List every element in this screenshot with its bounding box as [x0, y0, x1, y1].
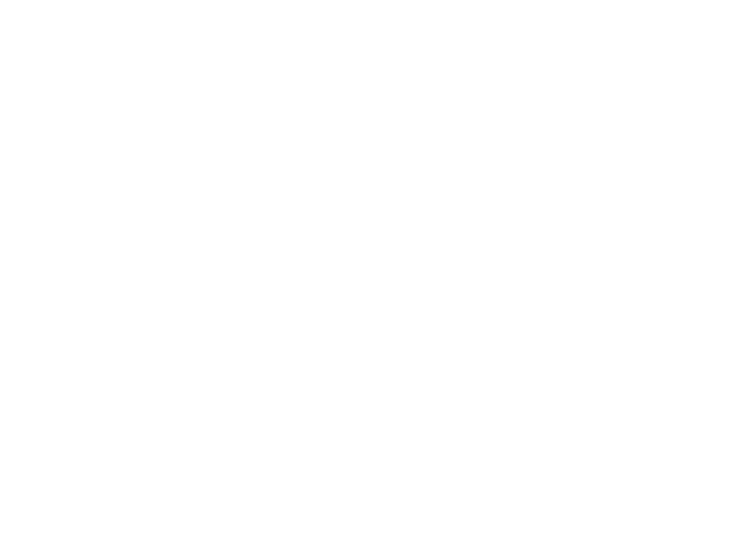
- chart-container: [0, 0, 756, 545]
- chart-svg: [0, 0, 756, 545]
